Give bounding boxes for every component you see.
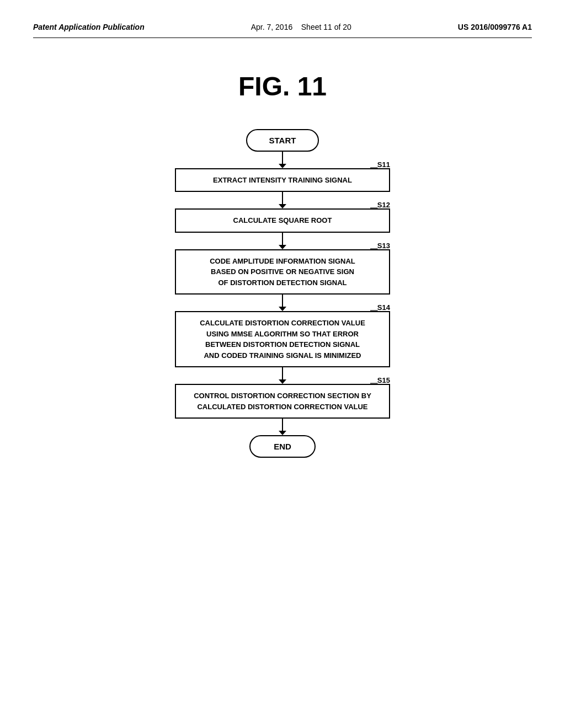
step-s15-box: ⸏S15 CONTROL DISTORTION CORRECTION SECTI… <box>175 384 390 419</box>
step-s11-wrapper: ⸏S11 EXTRACT INTENSITY TRAINING SIGNAL <box>175 168 390 192</box>
step-s14-label: ⸏S14 <box>370 302 390 313</box>
flowchart: START ⸏S11 EXTRACT INTENSITY TRAINING SI… <box>33 129 532 458</box>
publication-date: Apr. 7, 2016 <box>251 23 293 31</box>
start-oval: START <box>246 129 319 152</box>
end-oval: END <box>249 435 316 458</box>
patent-number: US 2016/0099776 A1 <box>458 22 532 33</box>
step-s13-text: CODE AMPLITUDE INFORMATION SIGNALBASED O… <box>210 257 355 287</box>
step-s13-wrapper: ⸏S13 CODE AMPLITUDE INFORMATION SIGNALBA… <box>175 249 390 295</box>
arrow-3 <box>279 233 286 249</box>
step-s11-text: EXTRACT INTENSITY TRAINING SIGNAL <box>213 176 352 184</box>
step-s14-wrapper: ⸏S14 CALCULATE DISTORTION CORRECTION VAL… <box>175 311 390 367</box>
publication-label: Patent Application Publication <box>33 22 145 33</box>
step-s12-label: ⸏S12 <box>370 200 390 211</box>
end-label: END <box>274 442 291 451</box>
figure-title: FIG. 11 <box>33 71 532 101</box>
step-s12-wrapper: ⸏S12 CALCULATE SQUARE ROOT <box>175 208 390 233</box>
arrow-4 <box>279 295 286 311</box>
arrow-6 <box>279 419 286 435</box>
page: Patent Application Publication Apr. 7, 2… <box>0 0 565 728</box>
step-s14-box: ⸏S14 CALCULATE DISTORTION CORRECTION VAL… <box>175 311 390 367</box>
step-s12-box: ⸏S12 CALCULATE SQUARE ROOT <box>175 208 390 233</box>
step-s12-text: CALCULATE SQUARE ROOT <box>233 216 332 224</box>
step-s15-wrapper: ⸏S15 CONTROL DISTORTION CORRECTION SECTI… <box>175 384 390 419</box>
sheet-info: Sheet 11 of 20 <box>301 23 351 31</box>
step-s15-label: ⸏S15 <box>370 375 390 386</box>
header: Patent Application Publication Apr. 7, 2… <box>33 22 532 38</box>
step-s14-text: CALCULATE DISTORTION CORRECTION VALUEUSI… <box>200 319 365 360</box>
step-s11-box: ⸏S11 EXTRACT INTENSITY TRAINING SIGNAL <box>175 168 390 192</box>
step-s13-label: ⸏S13 <box>370 240 390 251</box>
start-label: START <box>269 136 296 145</box>
arrow-5 <box>279 367 286 384</box>
header-center: Apr. 7, 2016 Sheet 11 of 20 <box>251 22 351 33</box>
step-s15-text: CONTROL DISTORTION CORRECTION SECTION BY… <box>194 392 371 411</box>
arrow-1 <box>279 152 286 168</box>
arrow-2 <box>279 192 286 208</box>
step-s13-box: ⸏S13 CODE AMPLITUDE INFORMATION SIGNALBA… <box>175 249 390 295</box>
step-s11-label: ⸏S11 <box>370 159 390 170</box>
